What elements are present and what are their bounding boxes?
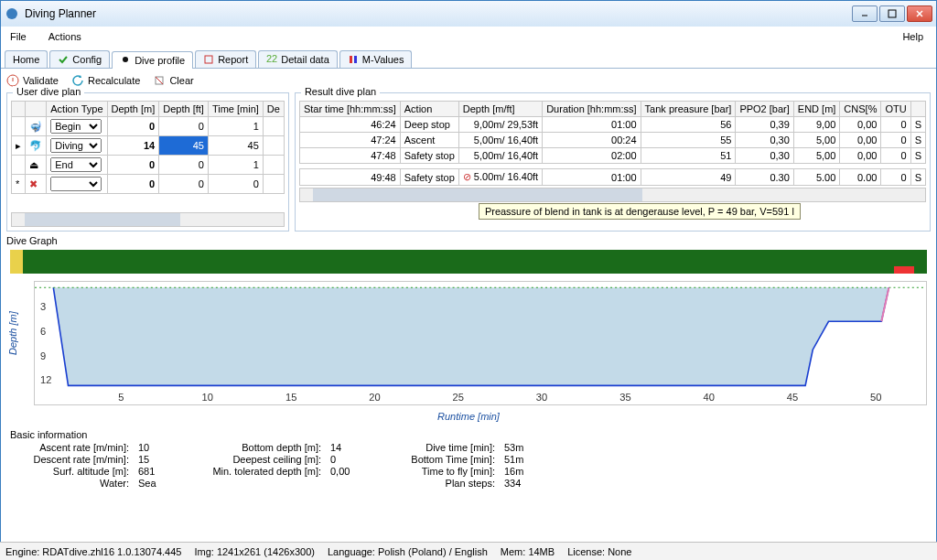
- toolbar: Validate Recalculate Clear: [1, 69, 936, 92]
- chart-ylabel: Depth [m]: [7, 331, 18, 355]
- check-icon: [58, 54, 69, 65]
- svg-rect-6: [205, 56, 212, 63]
- svg-text:25: 25: [453, 392, 464, 403]
- table-row[interactable]: ▸ 🐬 Diving 14 45 45: [12, 136, 285, 156]
- status-mem: Mem: 14MB: [501, 546, 555, 557]
- svg-text:45: 45: [787, 392, 798, 403]
- status-lang: Language: Polish (Poland) / English: [328, 546, 488, 557]
- table-row[interactable]: 🤿 Begin 0 0 1: [12, 117, 285, 136]
- menubar: File Actions Help: [1, 27, 936, 47]
- user-dive-plan-panel: User dive plan Action Type Depth [m] Dep…: [6, 92, 289, 232]
- tank-pressure-bar: [10, 250, 927, 274]
- table-row[interactable]: 47:48Safety stop 5,00m/ 16,40ft02:00 510…: [299, 148, 925, 164]
- clear-icon: [153, 74, 166, 87]
- tab-report[interactable]: Report: [195, 50, 256, 68]
- svg-text:40: 40: [704, 392, 715, 403]
- detail-icon: 22: [266, 54, 277, 65]
- svg-text:9: 9: [40, 350, 46, 361]
- action-type-select[interactable]: End: [50, 157, 102, 172]
- warning-tooltip: Preassure of blend in tank is at dengera…: [479, 203, 801, 220]
- svg-text:6: 6: [40, 326, 46, 337]
- svg-point-5: [123, 57, 128, 62]
- horizontal-scrollbar[interactable]: [299, 188, 926, 202]
- table-row[interactable]: 49:48 Safety stop ⊘ 5.00m/ 16.40ft 01:00…: [299, 169, 925, 186]
- action-type-select[interactable]: Begin: [50, 119, 102, 134]
- result-plan-table[interactable]: Star time [hh:mm:ss] Action Depth [m/ft]…: [299, 101, 926, 186]
- svg-rect-2: [889, 10, 896, 17]
- end-icon: ⏏: [26, 156, 47, 175]
- svg-text:12: 12: [40, 374, 51, 385]
- table-row[interactable]: * ✖ 0 0 0: [12, 175, 285, 194]
- tabstrip: Home Config Dive profile Report 22 Detai…: [1, 47, 936, 69]
- diver-icon: 🐬: [26, 136, 47, 156]
- delete-icon: ✖: [26, 175, 47, 194]
- mvalues-icon: [348, 54, 359, 65]
- menu-file[interactable]: File: [6, 29, 30, 44]
- maximize-button[interactable]: [879, 5, 905, 22]
- action-type-select[interactable]: Diving: [50, 138, 102, 153]
- action-type-select[interactable]: [50, 177, 102, 191]
- svg-text:15: 15: [285, 392, 296, 403]
- tank-icon: 🤿: [26, 117, 47, 136]
- horizontal-scrollbar[interactable]: [11, 212, 285, 227]
- report-icon: [203, 54, 214, 65]
- scuba-icon: [120, 55, 131, 66]
- statusbar: Engine: RDATdive.zhl16 1.0.13074.445 Img…: [0, 542, 937, 560]
- menu-help[interactable]: Help: [899, 29, 927, 44]
- close-button[interactable]: [907, 5, 932, 22]
- user-plan-title: User dive plan: [13, 86, 84, 97]
- tab-detail-data[interactable]: 22 Detail data: [258, 50, 338, 68]
- status-license: License: None: [567, 546, 631, 557]
- table-row[interactable]: 46:24Deep stop 9,00m/ 29,53ft01:00 560,3…: [299, 117, 925, 133]
- table-row[interactable]: ⏏ End 0 0 1: [12, 156, 285, 175]
- tab-config[interactable]: Config: [49, 50, 110, 68]
- svg-text:3: 3: [40, 301, 46, 312]
- validate-button[interactable]: Validate: [6, 74, 59, 87]
- basic-info-panel: Basic information Ascent rate [m/min]:10…: [10, 429, 927, 489]
- svg-text:35: 35: [619, 392, 630, 403]
- svg-rect-9: [354, 56, 357, 63]
- status-engine: Engine: RDATdive.zhl16 1.0.13074.445: [5, 546, 181, 557]
- tab-dive-profile[interactable]: Dive profile: [112, 51, 193, 69]
- tab-home[interactable]: Home: [5, 50, 48, 68]
- svg-text:10: 10: [202, 392, 213, 403]
- user-plan-table[interactable]: Action Type Depth [m] Depth [ft] Time [m…: [11, 101, 285, 194]
- svg-text:50: 50: [870, 392, 881, 403]
- recalculate-button[interactable]: Recalculate: [71, 74, 140, 87]
- svg-text:20: 20: [369, 392, 380, 403]
- refresh-icon: [71, 74, 84, 87]
- tab-mvalues[interactable]: M-Values: [339, 50, 413, 68]
- svg-text:5: 5: [118, 392, 124, 403]
- table-row[interactable]: 47:24Ascent 5,00m/ 16,40ft00:24 550,30 5…: [299, 133, 925, 148]
- menu-actions[interactable]: Actions: [45, 29, 85, 44]
- svg-text:30: 30: [536, 392, 547, 403]
- depth-chart: 3 6 9 12 5 10 15 20 25 30 35 40 45 50: [34, 281, 927, 405]
- result-dive-plan-panel: Result dive plan Star time [hh:mm:ss] Ac…: [295, 92, 931, 232]
- chart-xlabel: Runtime [min]: [1, 411, 936, 422]
- svg-point-0: [6, 8, 17, 19]
- warning-icon: ⊘: [463, 171, 471, 182]
- svg-rect-8: [350, 56, 352, 63]
- window-titlebar: Diving Planner: [1, 1, 936, 27]
- app-icon: [5, 6, 19, 21]
- clear-button[interactable]: Clear: [153, 74, 193, 87]
- svg-text:22: 22: [266, 54, 277, 64]
- dive-graph-label: Dive Graph: [1, 232, 936, 246]
- svg-line-12: [156, 77, 163, 84]
- result-plan-title: Result dive plan: [301, 86, 380, 97]
- window-title: Diving Planner: [25, 7, 852, 20]
- status-img: Img: 1241x261 (1426x300): [194, 546, 314, 557]
- validate-icon: [6, 74, 19, 87]
- minimize-button[interactable]: [852, 5, 878, 22]
